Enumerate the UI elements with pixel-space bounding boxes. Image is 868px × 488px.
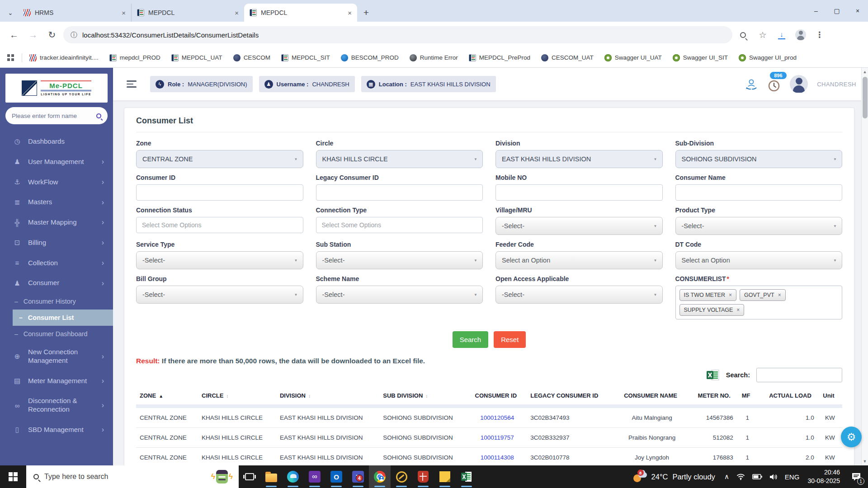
table-header-cell[interactable]: MF bbox=[737, 387, 758, 406]
product-type-select[interactable]: -Select-▼ bbox=[675, 217, 843, 235]
browser-menu-icon[interactable]: ⋮ bbox=[812, 27, 827, 42]
division-select[interactable]: EAST KHASI HILLS DIVISION▼ bbox=[495, 150, 663, 168]
consumer-id-link[interactable]: 1000114308 bbox=[481, 454, 514, 461]
taskbar-excel[interactable] bbox=[456, 465, 477, 488]
sub-division-select[interactable]: SOHIONG SUBDIVISION▼ bbox=[675, 150, 843, 168]
consumerlist-tag[interactable]: SUPPLY VOLTAGE × bbox=[679, 304, 745, 316]
circle-select[interactable]: KHASI HILLS CIRCLE▼ bbox=[316, 150, 483, 168]
service-type-select[interactable]: -Select-▼ bbox=[136, 251, 303, 269]
back-button[interactable]: ← bbox=[6, 27, 22, 42]
bookmark-item[interactable]: Runtime Error bbox=[410, 54, 458, 61]
taskbar-security-app[interactable] bbox=[412, 465, 434, 488]
sidebar-item[interactable]: ∞ Disconnection & Reconnection › bbox=[0, 391, 113, 420]
search-highlight-frankenstein-icon[interactable]: ϟ ϟ bbox=[207, 466, 237, 488]
bookmark-item[interactable]: tracker.ideainfinityit.... bbox=[29, 54, 99, 61]
taskbar-postman[interactable] bbox=[391, 465, 412, 488]
tab-close-icon[interactable]: × bbox=[348, 9, 352, 17]
task-view-button[interactable] bbox=[239, 465, 260, 488]
minimize-button[interactable]: – bbox=[806, 0, 826, 22]
taskbar-file-explorer[interactable] bbox=[260, 465, 282, 488]
maximize-button[interactable]: ▢ bbox=[826, 0, 847, 22]
user-avatar[interactable] bbox=[790, 75, 808, 93]
browser-profile-icon[interactable] bbox=[793, 27, 808, 42]
table-header-cell[interactable]: CONSUMER ID bbox=[467, 387, 527, 406]
taskbar-weather[interactable]: 8 24°C Partly cloudy bbox=[628, 465, 721, 488]
sidebar-subitem[interactable]: – Consumer History bbox=[0, 293, 113, 310]
scroll-up-arrow[interactable]: ▲ bbox=[862, 68, 868, 76]
taskbar-chrome[interactable] bbox=[369, 465, 391, 488]
table-header-cell[interactable]: LEGACY CONSUMER ID bbox=[527, 387, 616, 406]
table-header-cell[interactable]: ZONE▲ bbox=[136, 387, 198, 406]
wifi-icon[interactable] bbox=[733, 465, 749, 488]
sidebar-subitem[interactable]: – Consumer List bbox=[13, 310, 113, 326]
mobile-no-input[interactable] bbox=[495, 184, 663, 201]
bookmark-item[interactable]: MEPDCL_SIT bbox=[281, 54, 330, 61]
close-button[interactable]: × bbox=[847, 0, 868, 22]
sub-station-select[interactable]: -Select-▼ bbox=[316, 251, 483, 269]
consumerlist-tag[interactable]: GOVT_PVT × bbox=[740, 289, 786, 301]
reload-button[interactable]: ↻ bbox=[44, 27, 60, 42]
table-header-cell[interactable]: SUB DIVISION↕ bbox=[379, 387, 467, 406]
connection-type-multiselect[interactable] bbox=[316, 217, 483, 233]
battery-icon[interactable] bbox=[749, 465, 766, 488]
tray-chevron-up-icon[interactable]: ∧ bbox=[721, 465, 733, 488]
sidebar-subitem[interactable]: – Consumer Dashboard bbox=[0, 326, 113, 342]
bookmark-item[interactable]: MEPDCL_UAT bbox=[171, 54, 222, 61]
bookmark-item[interactable]: mepdcl_PROD bbox=[109, 54, 160, 61]
consumer-id-link[interactable]: 1000119757 bbox=[481, 434, 514, 441]
bookmark-item[interactable]: Swagger UI_SIT bbox=[673, 54, 728, 61]
forward-button[interactable]: → bbox=[25, 27, 41, 42]
site-info-icon[interactable]: ⓘ bbox=[71, 31, 77, 39]
notifications-clock[interactable]: 896 bbox=[767, 75, 781, 93]
language-indicator[interactable]: ENG bbox=[781, 465, 803, 488]
bookmark-item[interactable]: Swagger UI_UAT bbox=[604, 54, 662, 61]
table-header-cell[interactable]: METER NO. bbox=[688, 387, 737, 406]
bill-group-select[interactable]: -Select-▼ bbox=[136, 286, 303, 304]
dt-code-select[interactable]: Select an Option▼ bbox=[675, 251, 843, 269]
village-mru-select[interactable]: -Select-▼ bbox=[495, 217, 663, 235]
sidebar-item[interactable]: ≣ Masters › bbox=[0, 192, 113, 212]
tab-search-chevron-icon[interactable]: ⌄ bbox=[3, 4, 18, 22]
consumer-id-input[interactable] bbox=[136, 184, 303, 201]
table-header-cell[interactable]: Unit bbox=[818, 387, 842, 406]
hamburger-menu-icon[interactable] bbox=[127, 80, 137, 88]
consumer-id-link[interactable]: 1000120564 bbox=[480, 414, 514, 421]
tab-close-icon[interactable]: × bbox=[235, 9, 239, 17]
sidebar-item[interactable]: ♟ Consumer › bbox=[0, 273, 113, 293]
action-center-button[interactable]: 1 bbox=[844, 465, 868, 488]
bookmark-item[interactable]: BESCOM_PROD bbox=[341, 54, 399, 61]
settings-fab[interactable]: ⚙ bbox=[841, 427, 862, 447]
bookmark-item[interactable]: MEPDCL_PreProd bbox=[469, 54, 530, 61]
excel-export-icon[interactable] bbox=[706, 368, 720, 382]
apps-grid-icon[interactable] bbox=[7, 54, 14, 61]
browser-tab[interactable]: MEPDCL × bbox=[131, 4, 244, 22]
sidebar-search-input[interactable] bbox=[12, 113, 93, 119]
consumerlist-tags-box[interactable]: IS TWO METER × GOVT_PVT × bbox=[675, 286, 843, 319]
taskbar-sticky-notes[interactable] bbox=[434, 465, 456, 488]
tab-close-icon[interactable]: × bbox=[122, 9, 126, 17]
browser-tab[interactable]: HRMS × bbox=[18, 4, 131, 22]
table-search-input[interactable] bbox=[756, 368, 842, 382]
scheme-name-select[interactable]: -Select-▼ bbox=[316, 286, 483, 304]
zone-select[interactable]: CENTRAL ZONE▼ bbox=[136, 150, 303, 168]
feeder-code-select[interactable]: Select an Option▼ bbox=[495, 251, 663, 269]
remove-tag-icon[interactable]: × bbox=[736, 307, 740, 313]
start-button[interactable] bbox=[0, 465, 26, 488]
search-button[interactable]: Search bbox=[453, 331, 489, 348]
browser-tab[interactable]: MEPDCL × bbox=[244, 4, 357, 22]
reset-button[interactable]: Reset bbox=[494, 331, 526, 348]
sidebar-item[interactable]: ▤ Meter Management › bbox=[0, 371, 113, 391]
consumerlist-tag[interactable]: IS TWO METER × bbox=[679, 289, 736, 301]
bookmark-item[interactable]: Swagger UI_prod bbox=[739, 54, 797, 61]
sidebar-item[interactable]: ⚓ WorkFlow › bbox=[0, 172, 113, 192]
speaker-icon[interactable] bbox=[766, 465, 781, 488]
sidebar-item[interactable]: ╬ Master Mapping › bbox=[0, 212, 113, 233]
sidebar-item[interactable]: ⊡ Billing › bbox=[0, 233, 113, 253]
scrollbar-thumb[interactable] bbox=[863, 77, 868, 118]
sidebar-item[interactable]: ▯ SBD Management › bbox=[0, 420, 113, 440]
connection-status-multiselect[interactable] bbox=[136, 217, 303, 233]
remove-tag-icon[interactable]: × bbox=[729, 292, 732, 298]
sidebar-item[interactable]: ⊕ New Connection Management › bbox=[0, 342, 113, 371]
sidebar-item[interactable]: ≡ Collection › bbox=[0, 253, 113, 273]
user-sync-icon[interactable] bbox=[745, 78, 758, 90]
